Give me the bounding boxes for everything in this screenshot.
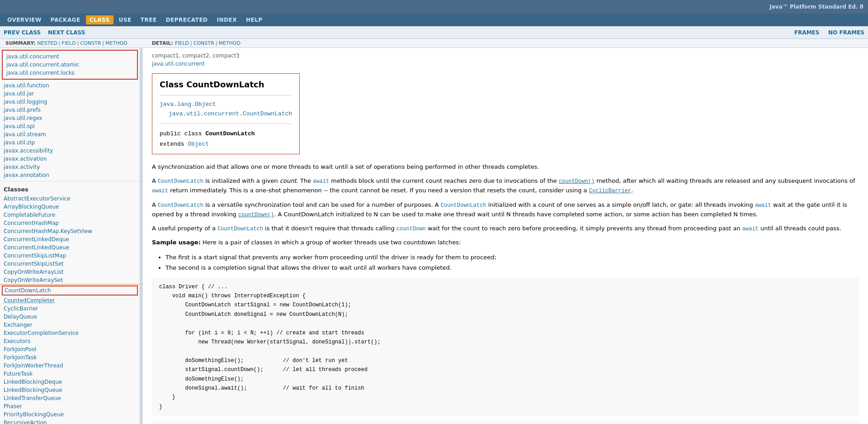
breadcrumb-package-link[interactable]: java.util.concurrent — [152, 61, 205, 67]
sidebar-pkg-regex[interactable]: java.util.regex — [0, 114, 140, 122]
nav-bar: OVERVIEWPACKAGECLASSUSETREEDEPRECATEDIND… — [0, 14, 868, 26]
sidebar-pkg-zip[interactable]: java.util.zip — [0, 138, 140, 147]
desc-sample-usage: Sample usage: Here is a pair of classes … — [152, 238, 859, 248]
sidebar-class-CountDownLatch[interactable]: CountDownLatch — [2, 286, 138, 295]
code-cyclicbarrier-link[interactable]: CyclicBarrier — [589, 187, 632, 194]
code-countdown-link1[interactable]: countDown() — [559, 177, 594, 184]
summary-constr[interactable]: CONSTR — [80, 40, 101, 46]
sidebar-class-LinkedTransferQueue[interactable]: LinkedTransferQueue — [0, 394, 140, 402]
nav-item-tree[interactable]: TREE — [137, 15, 160, 24]
inheritance-object-link[interactable]: java.lang.Object — [160, 101, 216, 108]
content-area: compact1, compact2, compact3 java.util.c… — [143, 48, 868, 424]
detail-label: DETAIL: — [152, 40, 173, 46]
sidebar-class-CyclicBarrier[interactable]: CyclicBarrier — [0, 305, 140, 313]
class-divider — [160, 95, 292, 95]
sidebar-class-ExecutorCompletionService[interactable]: ExecutorCompletionService — [0, 329, 140, 337]
code-await3: await — [755, 202, 771, 209]
detail-constr[interactable]: CONSTR — [193, 40, 214, 46]
sidebar-class-ForkJoinTask[interactable]: ForkJoinTask — [0, 353, 140, 362]
no-frames-link[interactable]: NO FRAMES — [828, 29, 864, 36]
inheritance-cdl-link[interactable]: java.util.concurrent.CountDownLatch — [169, 110, 292, 117]
sidebar-class-ConcurrentLinkedDeque[interactable]: ConcurrentLinkedDeque — [0, 235, 140, 243]
code-await2: await — [152, 188, 168, 194]
sidebar-pkg-logging[interactable]: java.util.logging — [0, 98, 140, 106]
highlighted-packages: java.util.concurrent java.util.concurren… — [2, 50, 138, 80]
sidebar-class-LinkedBlockingQueue[interactable]: LinkedBlockingQueue — [0, 386, 140, 394]
sidebar-class-ArrayBlockingQueue[interactable]: ArrayBlockingQueue — [0, 203, 140, 211]
class-title: Class CountDownLatch — [160, 78, 292, 91]
sidebar-pkg-activation[interactable]: javax.activation — [0, 155, 140, 163]
sidebar-pkg-function[interactable]: java.util.function — [0, 81, 140, 90]
class-box: Class CountDownLatch java.lang.Object ja… — [152, 73, 300, 154]
sidebar-class-PriorityBlockingQueue[interactable]: PriorityBlockingQueue — [0, 410, 140, 419]
sidebar-class-ForkJoinWorkerThread[interactable]: ForkJoinWorkerThread — [0, 362, 140, 370]
code-cdl1: CountDownLatch — [158, 178, 203, 185]
frames-link[interactable]: FRAMES — [794, 29, 820, 36]
sidebar-class-CompletableFuture[interactable]: CompletableFuture — [0, 211, 140, 219]
sidebar-class-CopyOnWriteArrayList[interactable]: CopyOnWriteArrayList — [0, 268, 140, 276]
next-class-link[interactable]: NEXT CLASS — [48, 29, 85, 36]
sig-public: public class — [160, 130, 205, 137]
sidebar-pkg-concurrent[interactable]: java.util.concurrent — [3, 52, 137, 61]
nav-item-class[interactable]: CLASS — [86, 15, 113, 24]
sidebar-class-ForkJoinPool[interactable]: ForkJoinPool — [0, 345, 140, 353]
prev-class-link[interactable]: PREV CLASS — [4, 29, 41, 36]
sidebar-pkg-annotation[interactable]: javax.annotation — [0, 171, 140, 179]
bullet-2: The second is a completion signal that a… — [165, 262, 859, 273]
sep4: | — [190, 40, 192, 46]
sidebar-class-ConcurrentSkipListMap[interactable]: ConcurrentSkipListMap — [0, 252, 140, 260]
code-block-worker: class Worker implements Runnable { priva… — [152, 420, 859, 424]
sidebar-pkg-concurrent-atomic[interactable]: java.util.concurrent.atomic — [3, 61, 137, 69]
sidebar-pkg-stream[interactable]: java.util.stream — [0, 130, 140, 138]
sidebar-class-Exchanger[interactable]: Exchanger — [0, 321, 140, 329]
sidebar-pkg-prefs[interactable]: java.util.prefs — [0, 106, 140, 114]
sub-nav-sep1 — [43, 29, 45, 36]
sidebar-pkg-activity[interactable]: javax.activity — [0, 163, 140, 171]
summary-field[interactable]: FIELD — [62, 40, 76, 46]
main-layout: java.util.concurrent java.util.concurren… — [0, 48, 868, 424]
inheritance-tree: java.lang.Object java.util.concurrent.Co… — [160, 100, 292, 119]
nav-item-overview[interactable]: OVERVIEW — [4, 15, 45, 24]
sidebar-class-AbstractExecutorService[interactable]: AbstractExecutorService — [0, 195, 140, 203]
top-header: Java™ Platform Standard Ed. 8 — [0, 0, 868, 14]
nav-item-deprecated[interactable]: DEPRECATED — [162, 15, 212, 24]
sidebar-class-ConcurrentSkipListSet[interactable]: ConcurrentSkipListSet — [0, 260, 140, 268]
sidebar-pkg-spi[interactable]: java.util.spi — [0, 122, 140, 130]
sidebar-class-ConcurrentHashMap[interactable]: ConcurrentHashMap — [0, 219, 140, 227]
sig-object-link[interactable]: Object — [188, 141, 209, 148]
sidebar-class-DelayQueue[interactable]: DelayQueue — [0, 313, 140, 321]
sidebar-class-ConcurrentHashMapKeySetView[interactable]: ConcurrentHashMap.KeySetView — [0, 227, 140, 235]
code-countdown-link2[interactable]: countDown() — [238, 211, 274, 218]
detail-method[interactable]: METHOD — [218, 40, 241, 46]
code-cdl2: CountDownLatch — [158, 202, 203, 209]
detail-field[interactable]: FIELD — [175, 40, 189, 46]
nav-item-package[interactable]: PACKAGE — [47, 15, 84, 24]
sidebar-pkg-accessibility[interactable]: javax.accessibility — [0, 147, 140, 155]
sig-extends: extends — [160, 141, 188, 148]
sidebar-class-Phaser[interactable]: Phaser — [0, 402, 140, 410]
sidebar-class-ConcurrentLinkedQueue[interactable]: ConcurrentLinkedQueue — [0, 243, 140, 252]
sidebar-class-FutureTask[interactable]: FutureTask — [0, 370, 140, 378]
desc-para2: A CountDownLatch is initialized with a g… — [152, 176, 859, 195]
summary-nested[interactable]: NESTED — [38, 40, 57, 46]
sidebar-class-RecursiveAction[interactable]: RecursiveAction — [0, 419, 140, 424]
sub-nav-sep2 — [822, 29, 826, 36]
summary-method[interactable]: METHOD — [105, 40, 127, 46]
sidebar-class-CountedCompleter[interactable]: CountedCompleter — [0, 296, 140, 305]
nav-item-index[interactable]: INDEX — [213, 15, 241, 24]
code-cdl3: CountDownLatch — [441, 202, 486, 209]
sidebar-class-LinkedBlockingDeque[interactable]: LinkedBlockingDeque — [0, 378, 140, 386]
sidebar-pkg-concurrent-locks[interactable]: java.util.concurrent.locks — [3, 69, 137, 77]
sep5: | — [216, 40, 217, 46]
breadcrumb-compact: compact1, compact2, compact3 — [152, 52, 240, 59]
nav-item-help[interactable]: HELP — [242, 15, 266, 24]
platform-label: Java™ Platform Standard Ed. 8 — [769, 4, 863, 10]
desc-para3: A CountDownLatch is a versatile synchron… — [152, 200, 859, 219]
nav-item-use[interactable]: USE — [115, 15, 135, 24]
sidebar-pkg-jar[interactable]: java.util.jar — [0, 90, 140, 98]
sep1: | — [59, 40, 61, 46]
sidebar-class-Executors[interactable]: Executors — [0, 337, 140, 345]
sep3: | — [102, 40, 104, 46]
sidebar-class-CopyOnWriteArraySet[interactable]: CopyOnWriteArraySet — [0, 276, 140, 285]
code-await4: await — [742, 226, 759, 232]
